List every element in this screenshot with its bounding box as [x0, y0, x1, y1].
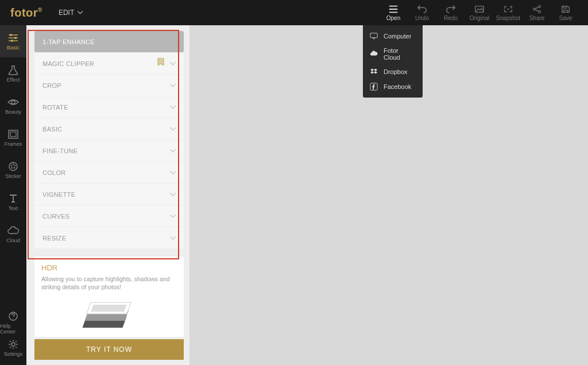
acc-magic-clipper-label: MAGIC CLIPPER	[42, 60, 94, 67]
svg-rect-12	[10, 132, 16, 137]
share-label: Share	[529, 15, 545, 21]
acc-crop-label: CROP	[42, 82, 61, 89]
frame-icon	[7, 129, 19, 139]
acc-resize[interactable]: RESIZE	[34, 227, 184, 248]
redo-button[interactable]: Redo	[436, 0, 465, 25]
share-button[interactable]: Share	[523, 0, 551, 25]
gear-icon	[7, 339, 19, 350]
acc-resize-label: RESIZE	[42, 235, 67, 242]
chevron-down-icon	[78, 11, 83, 14]
svg-point-1	[508, 8, 509, 10]
open-button[interactable]: Open	[379, 0, 408, 25]
open-label: Open	[386, 15, 400, 21]
svg-point-8	[14, 37, 17, 39]
hdr-description: Allowing you to capture highlights, shad…	[41, 275, 177, 291]
acc-fine-tune-label: FINE-TUNE	[42, 147, 78, 154]
chevron-down-icon	[170, 193, 176, 196]
acc-crop[interactable]: CROP	[34, 75, 184, 96]
computer-icon	[370, 32, 378, 40]
acc-1tap-enhance[interactable]: 1-TAP ENHANCE	[34, 31, 184, 52]
cloud-nav-icon	[7, 226, 19, 236]
share-icon	[532, 5, 542, 14]
nav-beauty[interactable]: Beauty	[0, 90, 26, 122]
acc-color[interactable]: COLOR	[34, 162, 184, 183]
open-dropdown-menu: Computer Fotor Cloud Dropbox Facebook	[363, 25, 423, 98]
acc-fine-tune[interactable]: FINE-TUNE	[34, 140, 184, 161]
save-label: Save	[559, 15, 572, 21]
redo-icon	[446, 5, 456, 14]
brand-sup: ®	[38, 7, 42, 13]
open-dropbox-item[interactable]: Dropbox	[363, 64, 423, 79]
svg-point-10	[11, 100, 15, 104]
chevron-down-icon	[170, 127, 176, 131]
toolbar-right: Open Undo Redo Original Snapshot Share S…	[379, 0, 580, 25]
chevron-down-icon	[170, 236, 176, 240]
acc-magic-clipper[interactable]: MAGIC CLIPPER	[34, 53, 184, 74]
facebook-icon	[370, 83, 378, 91]
svg-point-3	[539, 5, 541, 7]
hdr-card: HDR Allowing you to capture highlights, …	[34, 257, 184, 337]
open-computer-item[interactable]: Computer	[363, 29, 423, 44]
svg-rect-19	[91, 305, 126, 312]
save-button[interactable]: Save	[551, 0, 580, 25]
nav-settings[interactable]: Settings	[0, 335, 26, 360]
snapshot-icon	[503, 5, 513, 14]
text-icon	[7, 193, 19, 204]
acc-color-label: COLOR	[42, 169, 66, 176]
acc-vignette-label: VIGNETTE	[42, 191, 75, 198]
svg-point-7	[10, 34, 12, 36]
open-facebook-item[interactable]: Facebook	[363, 79, 423, 94]
brand-logo: fotor®	[10, 6, 42, 20]
help-icon	[7, 311, 19, 321]
left-nav: Basic Effect Beauty Frames Sticker Text …	[0, 25, 26, 365]
chevron-down-icon	[170, 149, 176, 153]
nav-frames[interactable]: Frames	[0, 122, 26, 154]
image-icon	[474, 5, 485, 14]
nav-effect[interactable]: Effect	[0, 57, 26, 90]
redo-label: Redo	[444, 15, 458, 21]
accordion: 1-TAP ENHANCE MAGIC CLIPPER CROP ROTATE …	[34, 31, 184, 248]
undo-button[interactable]: Undo	[408, 0, 436, 25]
star-icon	[7, 161, 19, 172]
open-fotor-cloud-item[interactable]: Fotor Cloud	[363, 44, 423, 64]
flask-icon	[7, 65, 19, 75]
acc-curves[interactable]: CURVES	[34, 205, 184, 227]
acc-rotate[interactable]: ROTATE	[34, 96, 184, 118]
cloud-icon	[370, 50, 378, 58]
open-fotor-cloud-label: Fotor Cloud	[384, 47, 416, 61]
nav-basic[interactable]: Basic	[0, 25, 26, 57]
nav-help-label: Help Center	[0, 323, 26, 335]
nav-basic-label: Basic	[7, 45, 20, 51]
original-label: Original	[470, 15, 489, 21]
open-dropbox-label: Dropbox	[384, 68, 408, 75]
original-button[interactable]: Original	[465, 0, 494, 25]
bookmark-icon	[157, 58, 164, 66]
acc-enhance-label: 1-TAP ENHANCE	[42, 38, 95, 45]
chevron-down-icon	[170, 171, 176, 174]
nav-cloud[interactable]: Cloud	[0, 218, 26, 250]
eye-icon	[7, 97, 19, 107]
hdr-illustration	[41, 291, 177, 337]
acc-basic[interactable]: BASIC	[34, 118, 184, 139]
try-it-now-button[interactable]: TRY IT NOW	[34, 339, 184, 360]
save-icon	[560, 5, 571, 14]
hamburger-icon	[388, 5, 399, 14]
acc-vignette[interactable]: VIGNETTE	[34, 184, 184, 205]
stacked-photos-icon	[80, 297, 138, 333]
nav-sticker[interactable]: Sticker	[0, 154, 26, 186]
nav-effect-label: Effect	[7, 77, 20, 83]
nav-bottom-group: Help Center Settings	[0, 310, 26, 365]
svg-rect-11	[9, 130, 18, 138]
nav-cloud-label: Cloud	[6, 238, 20, 243]
svg-point-2	[533, 8, 536, 10]
nav-sticker-label: Sticker	[5, 173, 21, 179]
open-facebook-label: Facebook	[384, 83, 411, 90]
snapshot-button[interactable]: Snapshot	[494, 0, 523, 25]
brand-text: fotor	[10, 6, 38, 19]
nav-beauty-label: Beauty	[5, 109, 21, 115]
edit-dropdown[interactable]: EDIT	[59, 9, 83, 17]
nav-text[interactable]: Text	[0, 186, 26, 218]
undo-label: Undo	[415, 15, 429, 21]
hdr-title: HDR	[41, 263, 177, 272]
nav-help-center[interactable]: Help Center	[0, 310, 26, 335]
